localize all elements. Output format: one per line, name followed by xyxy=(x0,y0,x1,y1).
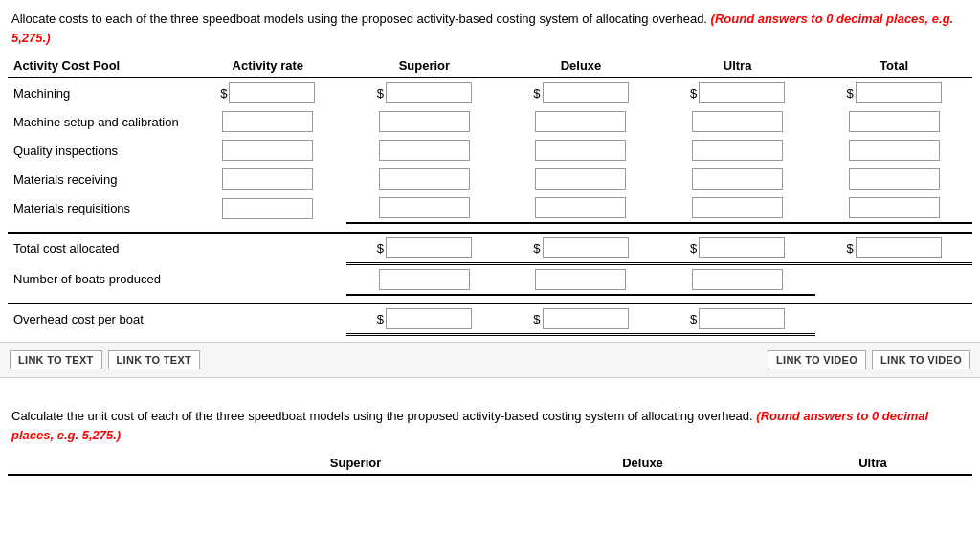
total-total-cell: $ xyxy=(815,233,972,264)
link-bar: LINK TO TEXT LINK TO TEXT LINK TO VIDEO … xyxy=(0,342,980,378)
row-label-quality: Quality inspections xyxy=(8,136,189,165)
overhead-deluxe-input[interactable] xyxy=(543,308,629,329)
machining-rate-input[interactable] xyxy=(229,82,315,103)
row-label-requisitions: Materials requisitions xyxy=(8,193,189,223)
setup-total-cell xyxy=(815,107,972,136)
instructions-text: Allocate costs to each of the three spee… xyxy=(11,11,707,26)
link-video-btn-2[interactable]: LINK TO VIDEO xyxy=(872,350,970,369)
setup-deluxe-cell xyxy=(502,107,659,136)
boats-superior-cell xyxy=(346,264,503,296)
table-row: Machine setup and calibration xyxy=(8,107,972,136)
setup-superior-cell xyxy=(346,107,503,136)
total-deluxe-input[interactable] xyxy=(543,237,629,258)
receiving-superior-cell xyxy=(346,165,503,193)
boats-ultra-cell xyxy=(659,264,816,296)
machining-ultra-cell: $ xyxy=(659,78,816,107)
receiving-rate-input[interactable] xyxy=(222,168,313,190)
quality-rate-input[interactable] xyxy=(222,140,313,161)
overhead-ultra-input[interactable] xyxy=(699,308,785,329)
requisitions-superior-cell xyxy=(346,193,503,223)
col-header-activity: Activity Cost Pool xyxy=(8,55,189,78)
overhead-superior-input[interactable] xyxy=(386,308,472,329)
quality-total-cell xyxy=(815,136,972,165)
quality-ultra-input[interactable] xyxy=(692,140,783,161)
table-row: Machining $ $ $ xyxy=(8,78,972,107)
overhead-row: Overhead cost per boat $ $ $ xyxy=(8,304,972,335)
requisitions-ultra-input[interactable] xyxy=(692,197,783,218)
machining-superior-cell: $ xyxy=(346,78,503,107)
machining-superior-input[interactable] xyxy=(386,82,472,103)
requisitions-superior-input[interactable] xyxy=(379,197,470,218)
table-row: Materials requisitions xyxy=(8,193,972,223)
requisitions-rate-cell xyxy=(189,193,346,223)
link-bar-right: LINK TO VIDEO LINK TO VIDEO xyxy=(768,350,970,369)
receiving-superior-input[interactable] xyxy=(379,168,470,190)
col-header-deluxe: Deluxe xyxy=(502,55,659,78)
machining-ultra-input[interactable] xyxy=(699,82,785,103)
requisitions-rate-input[interactable] xyxy=(222,198,313,219)
total-superior-input[interactable] xyxy=(386,237,472,258)
quality-superior-input[interactable] xyxy=(379,140,470,161)
receiving-total-cell xyxy=(815,165,972,193)
requisitions-total-cell xyxy=(815,193,972,223)
boats-deluxe-cell xyxy=(502,264,659,296)
col-header-superior: Superior xyxy=(346,55,503,78)
quality-rate-cell xyxy=(189,136,346,165)
overhead-deluxe-cell: $ xyxy=(502,304,659,335)
setup-rate-cell xyxy=(189,107,346,136)
table-row: Materials receiving xyxy=(8,165,972,193)
boats-deluxe-input[interactable] xyxy=(535,269,626,290)
table-row: Quality inspections xyxy=(8,136,972,165)
receiving-deluxe-input[interactable] xyxy=(535,168,626,190)
spacer-row xyxy=(8,223,972,233)
machining-deluxe-input[interactable] xyxy=(543,82,629,103)
bottom-col-superior: Superior xyxy=(199,452,512,475)
receiving-ultra-input[interactable] xyxy=(692,168,783,190)
machining-total-cell: $ xyxy=(815,78,972,107)
total-deluxe-cell: $ xyxy=(502,233,659,264)
setup-ultra-input[interactable] xyxy=(692,111,783,132)
setup-ultra-cell xyxy=(659,107,816,136)
setup-total-input[interactable] xyxy=(849,111,940,132)
quality-total-input[interactable] xyxy=(849,140,940,161)
quality-ultra-cell xyxy=(659,136,816,165)
overhead-superior-cell: $ xyxy=(346,304,503,335)
cost-table: Activity Cost Pool Activity rate Superio… xyxy=(8,55,972,336)
requisitions-total-input[interactable] xyxy=(849,197,940,218)
bottom-table: Superior Deluxe Ultra xyxy=(8,452,972,476)
boats-row: Number of boats produced xyxy=(8,264,972,296)
boats-superior-input[interactable] xyxy=(379,269,470,290)
receiving-rate-cell xyxy=(189,165,346,193)
boats-ultra-input[interactable] xyxy=(692,269,783,290)
receiving-total-input[interactable] xyxy=(849,168,940,190)
receiving-ultra-cell xyxy=(659,165,816,193)
total-cost-label: Total cost allocated xyxy=(8,233,189,264)
machining-rate-cell: $ xyxy=(189,78,346,107)
link-text-btn-2[interactable]: LINK TO TEXT xyxy=(108,350,201,369)
col-header-rate: Activity rate xyxy=(189,55,346,78)
top-instructions: Allocate costs to each of the three spee… xyxy=(0,0,980,55)
setup-deluxe-input[interactable] xyxy=(535,111,626,132)
setup-superior-input[interactable] xyxy=(379,111,470,132)
quality-deluxe-input[interactable] xyxy=(535,140,626,161)
total-ultra-cell: $ xyxy=(659,233,816,264)
quality-superior-cell xyxy=(346,136,503,165)
setup-rate-input[interactable] xyxy=(222,111,313,132)
bottom-instructions-text: Calculate the unit cost of each of the t… xyxy=(11,409,753,423)
bottom-col-ultra: Ultra xyxy=(773,452,972,475)
row-label-machining: Machining xyxy=(8,78,189,107)
boats-label: Number of boats produced xyxy=(8,264,189,296)
total-ultra-input[interactable] xyxy=(699,237,785,258)
quality-deluxe-cell xyxy=(502,136,659,165)
requisitions-deluxe-input[interactable] xyxy=(535,197,626,218)
row-label-setup: Machine setup and calibration xyxy=(8,107,189,136)
link-video-btn-1[interactable]: LINK TO VIDEO xyxy=(768,350,866,369)
requisitions-deluxe-cell xyxy=(502,193,659,223)
bottom-instructions: Calculate the unit cost of each of the t… xyxy=(0,397,980,452)
bottom-table-section: Superior Deluxe Ultra xyxy=(0,452,980,476)
total-cost-row: Total cost allocated $ $ $ xyxy=(8,233,972,264)
machining-total-input[interactable] xyxy=(856,82,942,103)
total-total-input[interactable] xyxy=(856,237,942,258)
link-text-btn-1[interactable]: LINK TO TEXT xyxy=(10,350,102,369)
col-header-ultra: Ultra xyxy=(659,55,816,78)
